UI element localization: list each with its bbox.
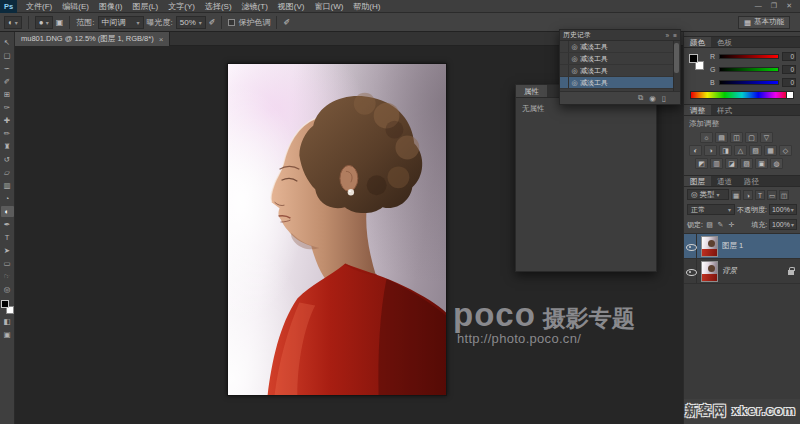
lock-pixels-icon[interactable]: ✎ (716, 221, 725, 229)
adjustment-icon[interactable]: ▣ (755, 158, 768, 169)
history-step[interactable]: ◎ 减淡工具 (560, 65, 680, 77)
filter-adjustment-layers-icon[interactable]: ◑ (743, 190, 753, 200)
tab-channels[interactable]: 通道 (711, 176, 738, 186)
gradient-tool[interactable]: ▥ (1, 180, 14, 191)
menu-view[interactable]: 视图(V) (273, 0, 310, 13)
new-snapshot-icon[interactable]: ◉ (649, 94, 656, 103)
shape-tool[interactable]: ▭ (1, 258, 14, 269)
clone-stamp-tool[interactable]: ♜ (1, 141, 14, 152)
exposure-input[interactable]: 50% ▾ (176, 16, 206, 29)
history-source-checkbox[interactable] (560, 77, 569, 88)
scrollbar-thumb[interactable] (674, 43, 679, 73)
tab-paths[interactable]: 路径 (738, 176, 765, 186)
quick-selection-tool[interactable]: ✐ (1, 76, 14, 87)
zoom-tool[interactable]: ◎ (1, 284, 14, 295)
menu-filter[interactable]: 滤镜(T) (237, 0, 273, 13)
lock-position-icon[interactable]: ✛ (727, 221, 736, 229)
brightness-contrast-icon[interactable]: ☼ (700, 132, 713, 143)
menu-layer[interactable]: 图层(L) (127, 0, 163, 13)
filter-shape-layers-icon[interactable]: ▭ (767, 190, 777, 200)
filter-smart-object-icon[interactable]: ◫ (779, 190, 789, 200)
visibility-toggle[interactable] (684, 234, 697, 258)
invert-icon[interactable]: ◇ (779, 145, 792, 156)
menu-help[interactable]: 帮助(H) (348, 0, 385, 13)
minimize-button[interactable]: — (755, 2, 762, 10)
document-tab[interactable]: mu801.DNG @ 12.5% (图层 1, RGB/8*) × (15, 32, 170, 46)
white-chip[interactable] (786, 92, 793, 98)
red-channel-slider[interactable] (719, 54, 779, 59)
green-channel-slider[interactable] (719, 67, 779, 72)
history-step[interactable]: ◎ 减淡工具 (560, 41, 680, 53)
quick-mask-toggle[interactable]: ◧ (1, 316, 14, 327)
pressure-toggle-icon[interactable]: ✐ (283, 18, 290, 27)
lasso-tool[interactable]: ∽ (1, 63, 14, 74)
exposure-icon[interactable]: ▢ (745, 132, 758, 143)
foreground-color-swatch[interactable] (1, 300, 9, 308)
curves-icon[interactable]: ◫ (730, 132, 743, 143)
adjustment-icon[interactable]: ◍ (770, 158, 783, 169)
history-step[interactable]: ◎ 减淡工具 (560, 53, 680, 65)
menu-window[interactable]: 窗口(W) (309, 0, 348, 13)
layer-row-layer1[interactable]: 图层 1 (684, 234, 800, 259)
color-balance-icon[interactable]: ◑ (704, 145, 717, 156)
close-button[interactable]: ✕ (786, 2, 792, 10)
history-source-checkbox[interactable] (560, 41, 569, 52)
airbrush-toggle-icon[interactable]: ✐ (209, 18, 216, 27)
tab-swatches[interactable]: 色板 (711, 37, 738, 47)
menu-select[interactable]: 选择(S) (200, 0, 237, 13)
portrait-photo[interactable] (227, 63, 447, 396)
eyedropper-tool[interactable]: ✑ (1, 102, 14, 113)
panel-menu-icon[interactable]: ≡ (673, 32, 677, 39)
history-step-selected[interactable]: ◎ 减淡工具 (560, 77, 680, 89)
color-swatches[interactable] (689, 54, 704, 70)
foreground-color-swatch[interactable] (689, 54, 698, 63)
active-tool-preset[interactable]: ◐ ▾ (4, 16, 22, 29)
fill-input[interactable]: 100% ▾ (769, 219, 797, 230)
foreground-background-swatches[interactable] (1, 300, 14, 314)
threshold-icon[interactable]: ▥ (710, 158, 723, 169)
menu-image[interactable]: 图像(I) (94, 0, 128, 13)
channel-mixer-icon[interactable]: ▧ (749, 145, 762, 156)
tab-layers[interactable]: 图层 (684, 176, 711, 186)
menu-type[interactable]: 文字(Y) (163, 0, 200, 13)
filter-type-layers-icon[interactable]: T (755, 190, 765, 200)
tab-color[interactable]: 颜色 (684, 37, 711, 47)
green-channel-value[interactable]: 0 (782, 65, 796, 74)
history-brush-tool[interactable]: ↺ (1, 154, 14, 165)
pen-tool[interactable]: ✒ (1, 219, 14, 230)
red-channel-value[interactable]: 0 (782, 52, 796, 61)
gradient-map-icon[interactable]: ◪ (725, 158, 738, 169)
layer-row-background[interactable]: 背景 (684, 259, 800, 284)
menu-edit[interactable]: 编辑(E) (57, 0, 94, 13)
type-tool[interactable]: T (1, 232, 14, 243)
move-tool[interactable]: ↖ (1, 37, 14, 48)
path-selection-tool[interactable]: ➤ (1, 245, 14, 256)
hand-tool[interactable]: ☞ (1, 271, 14, 282)
levels-icon[interactable]: ▤ (715, 132, 728, 143)
layer-filter-select[interactable]: ◎ 类型 ▾ (687, 189, 729, 200)
color-lookup-icon[interactable]: ▦ (764, 145, 777, 156)
vibrance-icon[interactable]: ▽ (760, 132, 773, 143)
layer-name[interactable]: 背景 (722, 266, 737, 276)
blue-channel-slider[interactable] (719, 80, 779, 85)
blend-mode-select[interactable]: 正常 ▾ (687, 204, 735, 215)
blur-tool[interactable]: ◔ (1, 193, 14, 204)
crop-tool[interactable]: ⊞ (1, 89, 14, 100)
brush-preset-picker[interactable]: ● ▾ (35, 16, 53, 29)
hue-saturation-icon[interactable]: ◐ (689, 145, 702, 156)
lock-transparency-icon[interactable]: ▨ (705, 221, 714, 229)
layer-thumbnail[interactable] (701, 236, 718, 257)
eraser-tool[interactable]: ▱ (1, 167, 14, 178)
workspace-switcher[interactable]: ▦ 基本功能 (738, 16, 790, 29)
blue-channel-value[interactable]: 0 (782, 78, 796, 87)
layer-name[interactable]: 图层 1 (722, 241, 743, 251)
close-tab-icon[interactable]: × (159, 35, 164, 44)
tab-adjustments[interactable]: 调整 (684, 105, 711, 115)
black-white-icon[interactable]: ◨ (719, 145, 732, 156)
dodge-tool[interactable]: ◐ (1, 206, 14, 217)
range-select[interactable]: 中间调 ▾ (98, 16, 144, 29)
new-document-from-state-icon[interactable]: ⧉ (638, 93, 643, 103)
tab-properties[interactable]: 属性 (516, 85, 547, 97)
brush-tool[interactable]: ✏ (1, 128, 14, 139)
photo-filter-icon[interactable]: △ (734, 145, 747, 156)
